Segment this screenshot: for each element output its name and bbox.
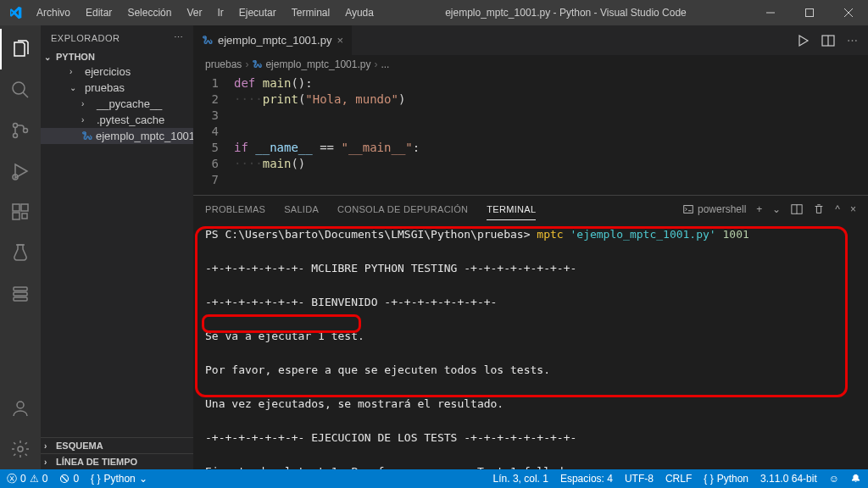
status-bar: ⓧ 0 ⚠ 0 0 { } Python ⌄ Lín. 3, col. 1 Es… xyxy=(0,469,868,488)
svg-rect-10 xyxy=(13,204,19,211)
svg-rect-22 xyxy=(684,206,693,214)
svg-rect-16 xyxy=(14,292,27,296)
status-cursor[interactable]: Lín. 3, col. 1 xyxy=(493,473,548,485)
python-file-icon: 🐍︎ xyxy=(202,34,213,47)
code-editor[interactable]: 1def main():2····print("Hola, mundo")345… xyxy=(193,74,868,195)
menu-run[interactable]: Ejecutar xyxy=(232,3,283,22)
titlebar: Archivo Editar Selección Ver Ir Ejecutar… xyxy=(0,0,868,25)
svg-point-8 xyxy=(24,129,28,133)
close-icon[interactable]: × xyxy=(337,34,343,47)
status-errors[interactable]: ⓧ 0 ⚠ 0 xyxy=(7,472,47,486)
more-icon[interactable]: ⋯ xyxy=(847,34,858,47)
vscode-logo xyxy=(0,6,30,19)
more-icon[interactable]: ⋯ xyxy=(174,32,184,43)
tab-output[interactable]: SALIDA xyxy=(284,199,319,219)
editor-tabs: 🐍︎ ejemplo_mptc_1001.py × ⋯ xyxy=(193,25,868,55)
svg-rect-1 xyxy=(806,9,814,17)
tab-terminal[interactable]: TERMINAL xyxy=(487,199,536,220)
svg-point-4 xyxy=(13,82,25,94)
settings-icon[interactable] xyxy=(0,429,41,469)
status-eol[interactable]: CRLF xyxy=(665,473,692,485)
trash-icon[interactable] xyxy=(813,203,825,215)
run-debug-icon[interactable] xyxy=(0,151,41,191)
svg-point-18 xyxy=(17,402,24,408)
svg-point-7 xyxy=(14,134,18,138)
menu-help[interactable]: Ayuda xyxy=(338,3,381,22)
menu-bar: Archivo Editar Selección Ver Ir Ejecutar… xyxy=(30,3,381,22)
menu-terminal[interactable]: Terminal xyxy=(285,3,337,22)
source-control-icon[interactable] xyxy=(0,110,41,151)
menu-selection[interactable]: Selección xyxy=(120,3,178,22)
folder-pytest-cache[interactable]: ›.pytest_cache xyxy=(41,112,193,128)
python-file-icon: 🐍︎ xyxy=(252,58,262,70)
split-terminal-icon[interactable] xyxy=(791,203,803,215)
sidebar-header: EXPLORADOR ⋯ xyxy=(41,25,193,50)
status-spaces[interactable]: Espacios: 4 xyxy=(560,473,613,485)
chevron-down-icon[interactable]: ⌄ xyxy=(772,203,781,215)
extensions-icon[interactable] xyxy=(0,191,41,232)
python-env-icon[interactable] xyxy=(0,273,41,313)
svg-line-5 xyxy=(23,92,28,97)
timeline-section[interactable]: ›LÍNEA DE TIEMPO xyxy=(41,453,193,469)
svg-point-6 xyxy=(14,124,18,128)
status-bell-icon[interactable]: 🔔︎ xyxy=(851,473,861,485)
svg-point-19 xyxy=(18,446,23,452)
svg-line-26 xyxy=(62,476,67,481)
split-icon[interactable] xyxy=(821,34,835,47)
sidebar-title: EXPLORADOR xyxy=(51,33,120,43)
workspace-root[interactable]: ⌄PYTHON xyxy=(41,50,193,64)
testing-icon[interactable] xyxy=(0,232,41,273)
maximize-panel-icon[interactable]: ^ xyxy=(835,203,840,215)
file-tree: ›ejercicios ⌄pruebas ›__pycache__ ›.pyte… xyxy=(41,64,193,437)
explorer-icon[interactable] xyxy=(0,29,41,69)
editor-area: 🐍︎ ejemplo_mptc_1001.py × ⋯ pruebas› 🐍︎e… xyxy=(193,25,868,469)
status-encoding[interactable]: UTF-8 xyxy=(625,473,654,485)
window-controls xyxy=(751,0,868,25)
close-button[interactable] xyxy=(829,0,868,25)
breadcrumb[interactable]: pruebas› 🐍︎ejemplo_mptc_1001.py› ... xyxy=(193,55,868,74)
activity-bar xyxy=(0,25,41,469)
tab-label: ejemplo_mptc_1001.py xyxy=(218,34,331,47)
svg-rect-15 xyxy=(14,287,27,291)
status-python[interactable]: { } Python ⌄ xyxy=(91,473,147,485)
folder-pruebas[interactable]: ⌄pruebas xyxy=(41,80,193,96)
menu-go[interactable]: Ir xyxy=(210,3,230,22)
terminal[interactable]: PS C:\Users\barto\Documents\LMSGI\Python… xyxy=(193,223,868,469)
maximize-button[interactable] xyxy=(790,0,829,25)
outline-section[interactable]: ›ESQUEMA xyxy=(41,437,193,453)
tab-debug-console[interactable]: CONSOLA DE DEPURACIÓN xyxy=(337,199,468,219)
status-lang[interactable]: { } Python xyxy=(704,473,748,485)
sidebar: EXPLORADOR ⋯ ⌄PYTHON ›ejercicios ⌄prueba… xyxy=(41,25,193,469)
search-icon[interactable] xyxy=(0,69,41,110)
panel: PROBLEMAS SALIDA CONSOLA DE DEPURACIÓN T… xyxy=(193,195,868,469)
run-icon[interactable] xyxy=(796,34,810,47)
shell-selector[interactable]: powershell xyxy=(682,203,746,215)
svg-rect-17 xyxy=(14,297,27,301)
svg-rect-12 xyxy=(13,213,19,219)
svg-rect-13 xyxy=(22,214,27,219)
accounts-icon[interactable] xyxy=(0,388,41,429)
status-ports[interactable]: 0 xyxy=(59,473,79,485)
status-version[interactable]: 3.11.0 64-bit xyxy=(760,473,817,485)
file-ejemplo[interactable]: 🐍︎ejemplo_mptc_1001.py xyxy=(41,128,193,144)
add-terminal-icon[interactable]: + xyxy=(756,203,762,215)
folder-ejercicios[interactable]: ›ejercicios xyxy=(41,64,193,80)
minimize-button[interactable] xyxy=(751,0,790,25)
panel-tabs: PROBLEMAS SALIDA CONSOLA DE DEPURACIÓN T… xyxy=(193,196,868,223)
menu-view[interactable]: Ver xyxy=(180,3,209,22)
folder-pycache[interactable]: ›__pycache__ xyxy=(41,96,193,112)
svg-rect-11 xyxy=(21,204,28,211)
close-panel-icon[interactable]: × xyxy=(850,203,856,215)
python-file-icon: 🐍︎ xyxy=(81,130,92,142)
menu-file[interactable]: Archivo xyxy=(30,3,77,22)
tab-problems[interactable]: PROBLEMAS xyxy=(205,199,265,219)
menu-edit[interactable]: Editar xyxy=(79,3,119,22)
window-title: ejemplo_mptc_1001.py - Python - Visual S… xyxy=(381,7,751,19)
tab-file[interactable]: 🐍︎ ejemplo_mptc_1001.py × xyxy=(193,25,353,55)
status-feedback-icon[interactable]: ☺ xyxy=(829,473,839,485)
